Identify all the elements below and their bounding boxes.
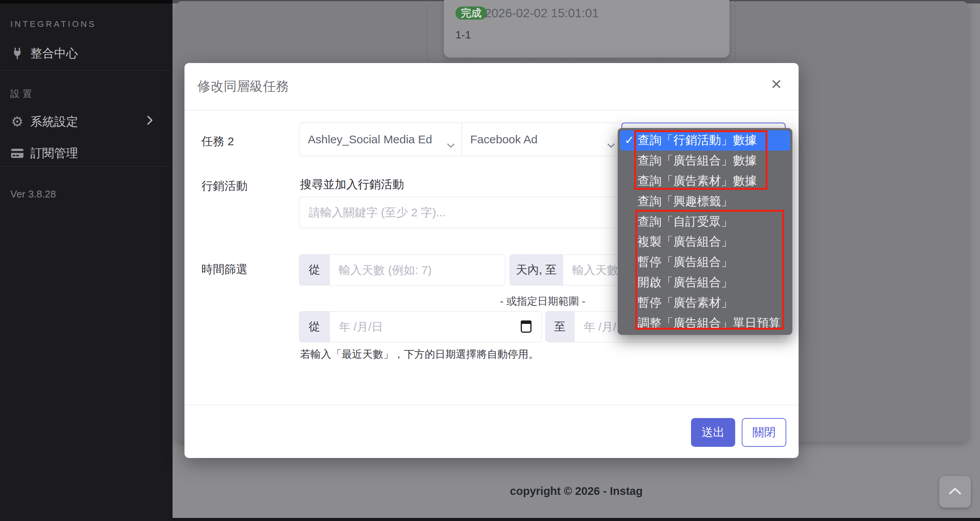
days-from-addon: 從 (299, 254, 330, 285)
sidebar-top-block (0, 0, 173, 3)
date-to-addon: 至 (545, 311, 575, 342)
close-icon[interactable]: ✕ (767, 75, 786, 94)
close-button[interactable]: 關閉 (742, 418, 786, 447)
version-label: Ver 3.8.28 (10, 188, 56, 200)
task-id-label: 1-1 (455, 29, 471, 41)
task-timestamp: 2026-02-02 15:01:01 (485, 7, 599, 20)
chevron-up-icon (948, 487, 962, 496)
dropdown-option-selected[interactable]: ✓ 查詢「行銷活動」數據 (620, 130, 790, 151)
dropdown-option[interactable]: 複製「廣告組合」 (618, 232, 792, 252)
gear-icon: ⚙ (10, 115, 24, 129)
sidebar: INTEGRATIONS 整合中心 設置 ⚙ 系統設定 訂閱管理 Ver 3.8… (0, 0, 173, 521)
dropdown-option-label: 查詢「行銷活動」數據 (638, 133, 757, 147)
status-badge: 完成 (455, 7, 487, 20)
sidebar-divider (0, 166, 173, 167)
sidebar-section-integrations: INTEGRATIONS (10, 19, 96, 29)
task-row-label: 任務 2 (201, 134, 234, 149)
submit-button[interactable]: 送出 (691, 418, 735, 447)
days-within-addon: 天內, 至 (510, 254, 563, 285)
dropdown-option[interactable]: 查詢「廣告素材」數據 (618, 171, 792, 191)
dropdown-option[interactable]: 調整「廣告組合」單日預算 (618, 313, 792, 334)
sidebar-item-label: 訂閱管理 (30, 145, 78, 161)
account-select-value: Ashley_Social Media Ed (308, 133, 432, 146)
chevron-right-icon (147, 115, 153, 129)
dropdown-option[interactable]: 查詢「廣告組合」數據 (618, 151, 792, 171)
sidebar-divider (0, 70, 173, 71)
sidebar-item-label: 系統設定 (30, 114, 78, 130)
dropdown-option[interactable]: 暫停「廣告素材」 (618, 293, 792, 313)
sidebar-item-label: 整合中心 (30, 45, 78, 61)
modal-footer-divider (184, 405, 799, 405)
platform-select-value: Facebook Ad (470, 133, 538, 146)
sidebar-section-settings: 設置 (10, 88, 35, 100)
dropdown-option[interactable]: 開啟「廣告組合」 (618, 272, 792, 293)
plug-icon (10, 47, 24, 60)
helper-text: 若輸入「最近天數」，下方的日期選擇將自動停用。 (300, 347, 539, 361)
action-select-dropdown: ✓ 查詢「行銷活動」數據 查詢「廣告組合」數據 查詢「廣告素材」數據 查詢「興趣… (618, 128, 792, 335)
chevron-down-icon (447, 138, 455, 151)
time-filter-label: 時間篩選 (201, 262, 247, 277)
page-bottom-edge (173, 518, 980, 521)
account-select[interactable]: Ashley_Social Media Ed (299, 123, 462, 156)
modal-title: 修改同層級任務 (198, 78, 289, 95)
dropdown-option[interactable]: 暫停「廣告組合」 (618, 252, 792, 272)
sidebar-item-integration-hub[interactable]: 整合中心 (10, 45, 162, 61)
date-from-addon: 從 (299, 311, 330, 342)
dropdown-option[interactable]: 查詢「自訂受眾」 (618, 212, 792, 232)
sidebar-item-system-settings[interactable]: ⚙ 系統設定 (10, 114, 162, 130)
days-from-input[interactable] (329, 254, 505, 285)
calendar-icon[interactable] (521, 320, 532, 333)
copyright-text: copyright © 2026 - Instag (173, 485, 980, 498)
campaign-label: 行銷活動 (201, 178, 247, 194)
modal-header-divider (184, 110, 799, 111)
checkmark-icon: ✓ (625, 130, 634, 151)
date-from-input[interactable] (329, 311, 542, 342)
sidebar-item-subscription[interactable]: 訂閱管理 (10, 145, 162, 161)
dropdown-option[interactable]: 查詢「興趣標籤」 (618, 191, 792, 212)
campaign-caption: 搜尋並加入行銷活動 (300, 177, 404, 192)
credit-card-icon (10, 148, 24, 158)
date-from-field (330, 311, 542, 342)
scroll-to-top-button[interactable] (939, 476, 971, 508)
chevron-down-icon (607, 138, 615, 151)
platform-select[interactable]: Facebook Ad (462, 123, 622, 156)
task-card: 完成 2026-02-02 15:01:01 1-1 (444, 0, 729, 58)
